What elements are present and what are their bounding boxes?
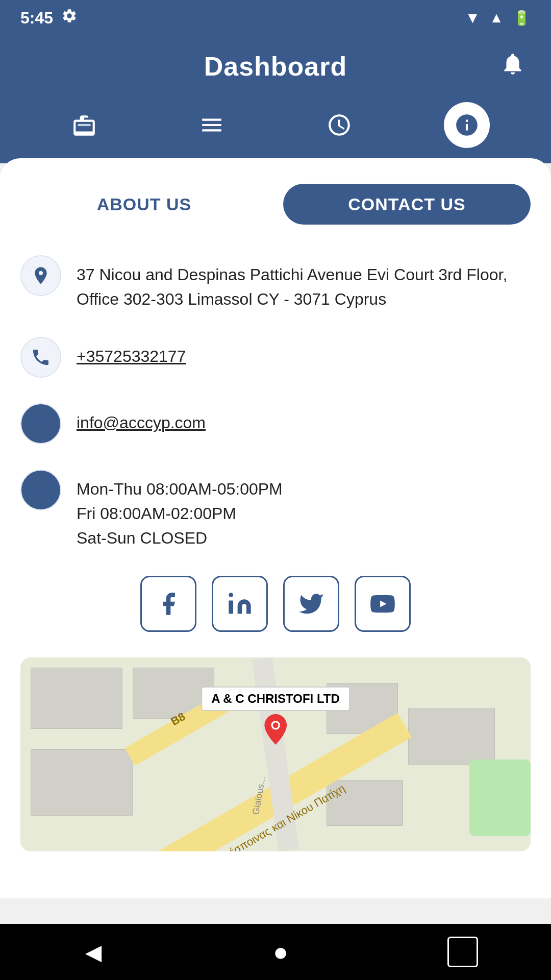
linkedin-button[interactable]	[212, 576, 268, 632]
battery-icon: 🔋	[513, 10, 531, 27]
map-pin-icon	[263, 714, 288, 745]
email-row: info@acccyp.com	[20, 403, 531, 444]
nav-clock[interactable]	[316, 102, 362, 148]
svg-rect-0	[78, 124, 91, 126]
signal-icon: ▲	[489, 10, 504, 26]
address-text: 37 Nicou and Despinas Pattichi Avenue Ev…	[77, 255, 531, 311]
address-row: 37 Nicou and Despinas Pattichi Avenue Ev…	[20, 255, 531, 311]
map-container[interactable]: B8 Δέσποινας και Νίκου Πατίχη Gialous...…	[20, 657, 531, 851]
nav-icons-bar	[0, 97, 551, 163]
twitter-button[interactable]	[283, 576, 339, 632]
hours-text: Mon-Thu 08:00AM-05:00PM Fri 08:00AM-02:0…	[77, 470, 283, 550]
map-popup-label: A & C CHRISTOFI LTD	[201, 687, 350, 711]
social-icons-row	[20, 576, 531, 632]
bell-icon[interactable]	[500, 51, 525, 82]
wifi-icon: ▼	[465, 9, 481, 27]
hours-icon-circle	[20, 470, 61, 510]
status-time: 5:45	[20, 9, 53, 28]
nav-info[interactable]	[444, 102, 490, 148]
hours-line1: Mon-Thu 08:00AM-05:00PM	[77, 480, 283, 498]
svg-point-5	[273, 722, 279, 728]
back-button[interactable]: ◀	[73, 932, 114, 972]
hours-line2: Fri 08:00AM-02:00PM	[77, 504, 236, 523]
gear-icon	[61, 8, 78, 28]
youtube-button[interactable]	[355, 576, 411, 632]
page-title: Dashboard	[204, 51, 347, 82]
map-background: B8 Δέσποινας και Νίκου Πατίχη Gialous...…	[20, 657, 531, 851]
tabs-container: ABOUT US CONTACT US	[20, 184, 531, 225]
phone-row: +35725332177	[20, 337, 531, 378]
nav-menu[interactable]	[189, 102, 235, 148]
email-icon-circle	[20, 403, 61, 444]
main-content: ABOUT US CONTACT US 37 Nicou and Despina…	[0, 158, 551, 898]
status-bar: 5:45 ▼ ▲ 🔋	[0, 0, 551, 36]
tab-about[interactable]: ABOUT US	[20, 184, 268, 225]
facebook-button[interactable]	[140, 576, 196, 632]
nav-briefcase[interactable]	[61, 102, 107, 148]
svg-point-2	[229, 593, 233, 597]
header: Dashboard	[0, 36, 551, 97]
phone-text[interactable]: +35725332177	[77, 337, 186, 369]
recents-button[interactable]	[447, 937, 478, 967]
map-marker: A & C CHRISTOFI LTD	[201, 687, 350, 745]
hours-row: Mon-Thu 08:00AM-05:00PM Fri 08:00AM-02:0…	[20, 470, 531, 550]
location-icon-circle	[20, 255, 61, 296]
bottom-nav: ◀ ●	[0, 924, 551, 980]
svg-rect-1	[229, 601, 233, 614]
email-text[interactable]: info@acccyp.com	[77, 403, 206, 435]
phone-icon-circle	[20, 337, 61, 378]
tab-contact[interactable]: CONTACT US	[283, 184, 531, 225]
home-button[interactable]: ●	[260, 932, 301, 972]
hours-line3: Sat-Sun CLOSED	[77, 529, 207, 547]
